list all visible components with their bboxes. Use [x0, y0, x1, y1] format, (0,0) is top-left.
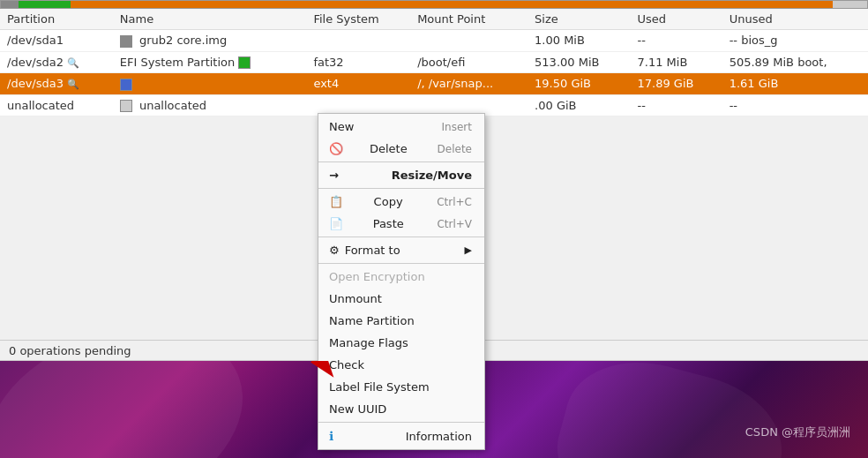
cell-name: grub2 core.img [113, 30, 307, 52]
disk-seg-bios [1, 1, 19, 8]
cell-used: 17.89 GiB [631, 73, 722, 95]
menu-item-paste-shortcut: Ctrl+V [437, 218, 472, 230]
cell-used: -- [631, 30, 722, 52]
menu-item-copy-shortcut: Ctrl+C [437, 196, 472, 208]
menu-item-format-label: Format to [345, 244, 400, 257]
submenu-arrow-icon: ▶ [465, 244, 472, 256]
cell-mountpoint: /boot/efi [410, 51, 528, 73]
cell-unused: -- [722, 94, 868, 116]
menu-separator-1 [318, 161, 484, 162]
menu-separator-3 [318, 237, 484, 237]
menu-item-delete[interactable]: 🚫 Delete Delete [318, 138, 484, 160]
cell-size: 1.00 MiB [528, 30, 630, 52]
menu-separator-2 [318, 188, 484, 189]
disk-visual-bar [0, 0, 868, 9]
cell-mountpoint [410, 30, 528, 52]
partition-table: Partition Name File System Mount Point S… [0, 9, 868, 116]
menu-separator-5 [318, 422, 484, 423]
menu-item-manage-flags-label: Manage Flags [329, 336, 408, 349]
status-text: 0 operations pending [9, 344, 131, 357]
delete-icon: 🚫 [329, 142, 343, 155]
table-row[interactable]: /dev/sda2 🔍 EFI System Partition fat32 /… [0, 51, 868, 73]
col-unused: Unused [722, 9, 868, 30]
menu-item-open-encryption[interactable]: Open Encryption [318, 266, 484, 288]
cell-used: -- [631, 94, 722, 116]
partition-color-indicator [120, 35, 132, 48]
col-name: Name [113, 9, 307, 30]
resize-icon: → [329, 169, 339, 182]
cell-filesystem: fat32 [306, 51, 410, 73]
menu-item-new-label: New [329, 120, 354, 133]
table-row[interactable]: /dev/sda1 grub2 core.img 1.00 MiB -- -- … [0, 30, 868, 52]
cell-size: .00 GiB [528, 94, 630, 116]
copy-icon: 📋 [329, 195, 343, 208]
disk-seg-unalloc [833, 1, 867, 8]
menu-item-information-label: Information [406, 430, 472, 443]
menu-item-resize[interactable]: → Resize/Move [318, 164, 484, 186]
disk-seg-efi [19, 1, 71, 8]
menu-item-new-uuid[interactable]: New UUID [318, 398, 484, 420]
arrow-indicator [159, 361, 406, 379]
menu-item-open-encryption-label: Open Encryption [329, 270, 425, 283]
cell-partition: unallocated [0, 94, 113, 116]
table-header-row: Partition Name File System Mount Point S… [0, 9, 868, 30]
menu-item-resize-label: Resize/Move [392, 169, 472, 182]
menu-item-delete-label: Delete [370, 142, 408, 155]
menu-item-information[interactable]: ℹ Information [318, 424, 484, 447]
format-icon: ⚙ [329, 244, 340, 257]
menu-item-name-partition-label: Name Partition [329, 314, 415, 327]
menu-item-format[interactable]: ⚙ Format to ▶ [318, 239, 484, 261]
partition-color-indicator [238, 56, 251, 69]
cell-name: EFI System Partition [113, 51, 307, 73]
col-filesystem: File System [306, 9, 410, 30]
menu-item-unmount[interactable]: Unmount [318, 288, 484, 310]
cell-unused: 505.89 MiB boot, [722, 51, 868, 73]
menu-item-copy[interactable]: 📋 Copy Ctrl+C [318, 191, 484, 213]
menu-item-new-shortcut: Insert [442, 121, 472, 133]
cell-name [113, 73, 307, 95]
partition-color-indicator [120, 79, 132, 91]
cell-mountpoint: /, /var/snap... [410, 73, 528, 95]
col-partition: Partition [0, 9, 113, 30]
menu-item-paste-label: Paste [373, 217, 404, 230]
col-mountpoint: Mount Point [410, 9, 528, 30]
context-menu: New Insert 🚫 Delete Delete → Resize/Move… [318, 113, 485, 450]
cell-unused: -- bios_g [722, 30, 868, 52]
menu-item-new-uuid-label: New UUID [329, 402, 386, 416]
cell-partition: /dev/sda2 🔍 [0, 51, 113, 73]
disk-seg-root [71, 1, 833, 8]
menu-item-manage-flags[interactable]: Manage Flags [318, 332, 484, 354]
menu-item-new[interactable]: New Insert [318, 116, 484, 138]
menu-separator-4 [318, 263, 484, 264]
watermark-text: CSDN @程序员洲洲 [745, 424, 850, 440]
partition-table-wrapper: Partition Name File System Mount Point S… [0, 9, 868, 116]
cell-filesystem [306, 30, 410, 52]
cell-used: 7.11 MiB [631, 51, 722, 73]
cell-partition: /dev/sda1 [0, 30, 113, 52]
cell-filesystem: ext4 [306, 73, 410, 95]
cell-partition: /dev/sda3 🔍 [0, 73, 113, 95]
menu-item-unmount-label: Unmount [329, 292, 382, 305]
cell-unused: 1.61 GiB [722, 73, 868, 95]
menu-item-name-partition[interactable]: Name Partition [318, 310, 484, 332]
col-used: Used [631, 9, 722, 30]
table-row-selected[interactable]: /dev/sda3 🔍 ext4 /, /var/snap... 19.50 G… [0, 73, 868, 95]
menu-item-paste[interactable]: 📄 Paste Ctrl+V [318, 213, 484, 235]
menu-item-label-filesystem[interactable]: Label File System [318, 376, 484, 398]
menu-item-label-filesystem-label: Label File System [329, 380, 430, 394]
cell-size: 19.50 GiB [528, 73, 630, 95]
cell-size: 513.00 MiB [528, 51, 630, 73]
menu-item-delete-shortcut: Delete [438, 143, 472, 155]
info-icon: ℹ [329, 429, 333, 443]
partition-color-indicator [120, 100, 132, 112]
paste-icon: 📄 [329, 217, 343, 230]
cell-name: unallocated [113, 94, 307, 116]
menu-item-copy-label: Copy [374, 195, 403, 208]
col-size: Size [528, 9, 630, 30]
